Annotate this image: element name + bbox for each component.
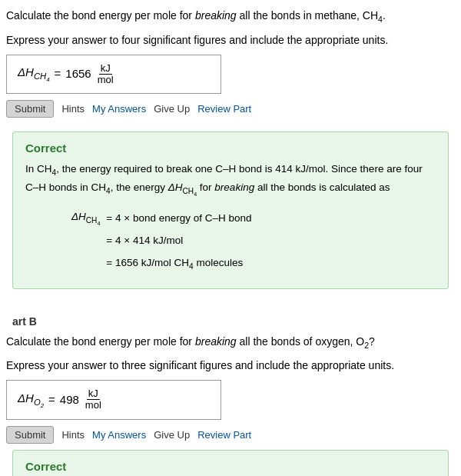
unit-numerator: kJ (99, 63, 112, 75)
part-b-toolbar: Submit Hints My Answers Give Up Review P… (6, 426, 455, 444)
my-answers-link-a[interactable]: My Answers (92, 103, 146, 115)
prompt-italic: breaking (195, 9, 237, 22)
correct-title-b: Correct (25, 460, 436, 473)
prompt-dot: . (383, 9, 386, 22)
math-line-1: ΔHCH4 = 4 × bond energy of C–H bond (71, 207, 436, 229)
instruction-b-text: Express your answer to three significant… (6, 359, 394, 371)
prompt-b-text: Calculate the bond energy per mole for (6, 335, 195, 348)
part-a-answer-box: ΔHCH4 = 1656 kJ mol (6, 55, 221, 95)
delta-h-b-label: ΔHO2 (18, 389, 44, 411)
correct-title-a: Correct (25, 141, 436, 155)
prompt-b-end2: ? (369, 335, 375, 348)
unit-denominator-b: mol (84, 400, 103, 411)
equals-sign: = (55, 65, 61, 83)
part-a-toolbar: Submit Hints My Answers Give Up Review P… (6, 100, 455, 118)
part-b-answer-box: ΔHO2 = 498 kJ mol (6, 380, 221, 420)
equals-sign-b: = (48, 391, 55, 409)
part-a-correct-section: Correct In CH4, the energy required to b… (0, 125, 461, 298)
unit-fraction-b: kJ mol (84, 388, 103, 411)
part-b-label: art B (0, 308, 461, 328)
prompt-b-italic: breaking (195, 335, 237, 348)
submit-button-a[interactable]: Submit (6, 100, 54, 118)
part-a-prompt: Calculate the bond energy per mole for b… (6, 8, 455, 26)
unit-denominator: mol (96, 75, 115, 85)
part-a-correct-box: Correct In CH4, the energy required to b… (12, 131, 449, 288)
part-b-instruction: Express your answer to three significant… (6, 358, 455, 374)
math-eq3: = 1656 kJ/mol CH4 molecules (106, 253, 243, 274)
unit-numerator-b: kJ (87, 388, 100, 400)
submit-button-b[interactable]: Submit (6, 426, 54, 444)
correct-body-a: In CH4, the energy required to break one… (25, 161, 436, 274)
prompt-text: Calculate the bond energy per mole for (6, 9, 195, 22)
part-a-instruction: Express your answer to four significant … (6, 32, 455, 48)
give-up-label-b: Give Up (154, 429, 190, 441)
hints-label-a: Hints (61, 103, 85, 115)
delta-h-label: ΔHCH4 (18, 63, 50, 85)
hints-label-b: Hints (61, 429, 85, 441)
prompt-end: all the bonds in methane, CH (237, 9, 378, 22)
math-lhs-1: ΔHCH4 (71, 207, 100, 229)
math-line-2: ΔHCH4 = 4 × 414 kJ/mol (71, 229, 436, 251)
math-block-a: ΔHCH4 = 4 × bond energy of C–H bond ΔHCH… (71, 207, 436, 275)
review-part-link-a[interactable]: Review Part (197, 103, 251, 115)
part-b-label-text: art B (12, 315, 37, 328)
math-line-3: ΔHCH4 = 1656 kJ/mol CH4 molecules (71, 251, 436, 274)
math-eq1: = 4 × bond energy of C–H bond (106, 208, 251, 228)
answer-value: 1656 (65, 65, 91, 83)
part-b-correct-box: Correct There is only one O=O bond in an… (12, 450, 449, 476)
part-b-section: Calculate the bond energy per mole for b… (0, 334, 461, 444)
my-answers-link-b[interactable]: My Answers (92, 429, 146, 441)
unit-fraction: kJ mol (96, 63, 115, 86)
part-b-prompt: Calculate the bond energy per mole for b… (6, 334, 455, 352)
prompt-b-end: all the bonds of oxygen, O (237, 335, 365, 348)
math-eq2: = 4 × 414 kJ/mol (106, 231, 183, 251)
give-up-label-a: Give Up (154, 103, 190, 115)
part-b-correct-section: Correct There is only one O=O bond in an… (0, 444, 461, 476)
review-part-link-b[interactable]: Review Part (197, 429, 251, 441)
answer-value-b: 498 (60, 391, 79, 409)
correct-para-a: In CH4, the energy required to break one… (25, 161, 436, 199)
instruction-text: Express your answer to four significant … (6, 34, 388, 46)
